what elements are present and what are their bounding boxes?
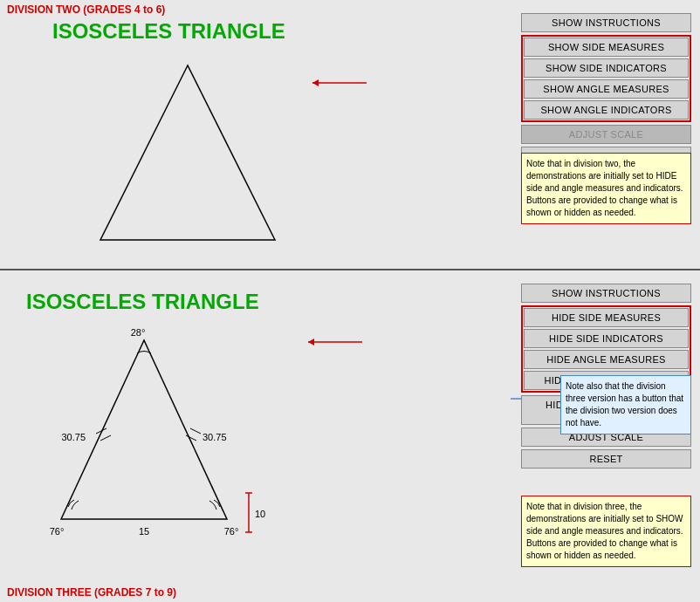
show-angle-indicators-btn[interactable]: SHOW ANGLE INDICATORS: [524, 100, 689, 120]
note-text-top: Note that in division two, the demonstra…: [526, 159, 683, 217]
svg-marker-0: [100, 65, 275, 240]
control-panel-top: SHOW INSTRUCTIONS SHOW SIDE MEASURES SHO…: [521, 13, 691, 168]
red-border-group-top: SHOW SIDE MEASURES SHOW SIDE INDICATORS …: [521, 35, 691, 122]
svg-line-5: [100, 435, 111, 441]
svg-text:76°: 76°: [50, 526, 65, 537]
note-box-bottom: Note that in division three, the demonst…: [521, 496, 691, 567]
svg-marker-2: [312, 79, 319, 86]
note-text-blue: Note also that the division three versio…: [566, 381, 683, 428]
svg-text:28°: 28°: [131, 327, 146, 338]
show-instructions-btn-top[interactable]: SHOW INSTRUCTIONS: [521, 13, 691, 32]
show-instructions-btn-bottom[interactable]: SHOW INSTRUCTIONS: [521, 284, 691, 303]
svg-text:30.75: 30.75: [202, 432, 227, 442]
bottom-section: ISOSCELES TRIANGLE 28° 30.75 30.75 76°: [0, 270, 700, 602]
svg-text:10: 10: [255, 509, 265, 519]
svg-marker-3: [61, 340, 227, 519]
svg-text:30.75: 30.75: [61, 432, 86, 442]
red-arrow-bottom: [301, 333, 371, 351]
svg-text:76°: 76°: [224, 526, 239, 537]
division-label-bottom: DIVISION THREE (GRADES 7 to 9): [7, 586, 176, 599]
red-arrow-top: [305, 74, 375, 92]
triangle-svg-top: [52, 48, 323, 249]
hide-angle-measures-btn[interactable]: HIDE ANGLE MEASURES: [524, 350, 689, 369]
triangle-title-bottom: ISOSCELES TRIANGLE: [26, 290, 259, 314]
show-side-indicators-btn[interactable]: SHOW SIDE INDICATORS: [524, 58, 689, 78]
adjust-scale-btn-top[interactable]: ADJUST SCALE: [521, 125, 691, 144]
show-angle-measures-btn[interactable]: SHOW ANGLE MEASURES: [524, 79, 689, 99]
svg-marker-19: [308, 339, 314, 345]
triangle-title-top: ISOSCELES TRIANGLE: [52, 19, 285, 44]
hide-side-measures-btn[interactable]: HIDE SIDE MEASURES: [524, 308, 689, 327]
reset-btn-bottom[interactable]: RESET: [521, 449, 691, 469]
triangle-svg-bottom: 28° 30.75 30.75 76° 76° 15 10: [9, 318, 323, 563]
svg-line-7: [186, 435, 196, 441]
show-side-measures-btn[interactable]: SHOW SIDE MEASURES: [524, 38, 689, 57]
top-section: DIVISION TWO (GRADES 4 to 6) ISOSCELES T…: [0, 0, 700, 270]
note-text-bottom: Note that in division three, the demonst…: [526, 502, 683, 560]
note-box-blue: Note also that the division three versio…: [560, 375, 691, 434]
svg-text:15: 15: [139, 526, 149, 537]
note-box-top: Note that in division two, the demonstra…: [521, 153, 691, 224]
hide-side-indicators-btn[interactable]: HIDE SIDE INDICATORS: [524, 329, 689, 348]
svg-line-6: [190, 428, 201, 434]
division-label-top: DIVISION TWO (GRADES 4 to 6): [7, 3, 165, 16]
